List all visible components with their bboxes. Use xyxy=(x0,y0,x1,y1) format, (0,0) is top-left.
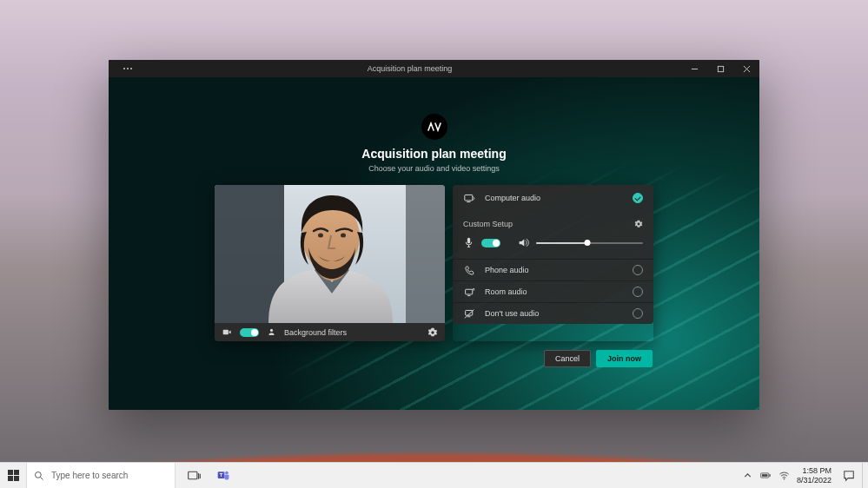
svg-rect-0 xyxy=(718,66,723,71)
svg-rect-20 xyxy=(769,474,770,477)
svg-rect-11 xyxy=(466,289,473,294)
action-center-button[interactable] xyxy=(836,463,862,489)
clock-time: 1:58 PM xyxy=(797,466,832,476)
tray-overflow-button[interactable] xyxy=(742,470,753,481)
room-audio-icon xyxy=(463,286,476,299)
camera-toggle[interactable] xyxy=(240,328,259,337)
svg-point-8 xyxy=(270,329,273,332)
audio-setup-section: Custom Setup xyxy=(453,211,653,259)
audio-settings-button[interactable] xyxy=(634,220,643,228)
video-preview-panel: Background filters xyxy=(215,185,445,341)
clock-date: 8/31/2022 xyxy=(797,476,832,485)
no-audio-radio[interactable] xyxy=(633,308,643,319)
svg-point-12 xyxy=(473,288,474,290)
computer-audio-option[interactable]: Computer audio xyxy=(453,185,653,211)
more-menu-button[interactable] xyxy=(117,68,138,69)
meeting-subtitle: Choose your audio and video settings xyxy=(109,164,759,173)
teams-prejoin-window: Acquisition plan meeting Acquisition pla… xyxy=(109,60,759,410)
computer-audio-icon xyxy=(463,192,476,205)
meeting-title: Acquisition plan meeting xyxy=(109,147,759,161)
svg-rect-3 xyxy=(406,185,445,323)
svg-rect-21 xyxy=(762,474,768,477)
room-audio-radio[interactable] xyxy=(633,287,643,297)
search-placeholder: Type here to search xyxy=(51,471,128,480)
computer-audio-label: Computer audio xyxy=(485,194,624,202)
minimize-button[interactable] xyxy=(681,60,707,77)
battery-icon[interactable] xyxy=(760,470,772,481)
taskbar-clock[interactable]: 1:58 PM 8/31/2022 xyxy=(797,466,832,485)
svg-point-6 xyxy=(318,234,323,238)
speaker-icon xyxy=(518,237,529,248)
taskbar-search[interactable]: Type here to search xyxy=(26,463,176,489)
meeting-logo xyxy=(421,114,447,140)
no-audio-label: Don't use audio xyxy=(485,309,624,318)
cancel-button[interactable]: Cancel xyxy=(544,350,591,367)
microphone-toggle[interactable] xyxy=(481,239,500,247)
svg-rect-15 xyxy=(188,472,196,479)
volume-slider[interactable] xyxy=(536,239,643,247)
phone-audio-option[interactable]: Phone audio xyxy=(453,259,653,280)
person-background-icon xyxy=(266,326,277,338)
phone-audio-radio[interactable] xyxy=(633,265,643,275)
svg-point-7 xyxy=(341,234,346,238)
no-audio-option[interactable]: Don't use audio xyxy=(453,302,653,324)
window-title: Acquisition plan meeting xyxy=(138,64,681,73)
computer-audio-radio[interactable] xyxy=(633,193,643,203)
svg-rect-10 xyxy=(467,238,470,244)
join-now-button[interactable]: Join now xyxy=(596,350,653,367)
video-preview xyxy=(215,185,445,323)
wifi-icon[interactable] xyxy=(779,470,790,481)
microphone-icon xyxy=(463,237,474,248)
phone-icon xyxy=(463,264,476,277)
svg-text:T: T xyxy=(219,472,222,478)
no-audio-icon xyxy=(463,307,476,320)
custom-setup-label: Custom Setup xyxy=(463,220,513,228)
search-icon xyxy=(34,471,44,481)
svg-rect-9 xyxy=(465,195,473,201)
taskbar-teams-icon[interactable]: T xyxy=(210,463,236,489)
maximize-button[interactable] xyxy=(707,60,733,77)
desktop-wallpaper: Acquisition plan meeting Acquisition pla… xyxy=(0,0,868,488)
svg-point-22 xyxy=(784,478,785,480)
show-desktop-button[interactable] xyxy=(862,463,866,489)
video-settings-button[interactable] xyxy=(427,327,438,338)
close-button[interactable] xyxy=(733,60,759,77)
phone-audio-label: Phone audio xyxy=(485,266,624,274)
room-audio-label: Room audio xyxy=(485,287,624,296)
background-filters-button[interactable]: Background filters xyxy=(284,328,421,337)
audio-options-panel: Computer audio Custom Setup xyxy=(453,185,653,341)
start-button[interactable] xyxy=(0,463,26,489)
svg-point-14 xyxy=(36,472,42,478)
title-bar: Acquisition plan meeting xyxy=(109,60,759,77)
task-view-button[interactable] xyxy=(181,463,207,489)
room-audio-option[interactable]: Room audio xyxy=(453,280,653,302)
svg-point-18 xyxy=(225,472,229,475)
camera-icon xyxy=(222,326,233,338)
windows-taskbar: Type here to search T 1:58 PM 8/31/2022 xyxy=(0,462,868,488)
